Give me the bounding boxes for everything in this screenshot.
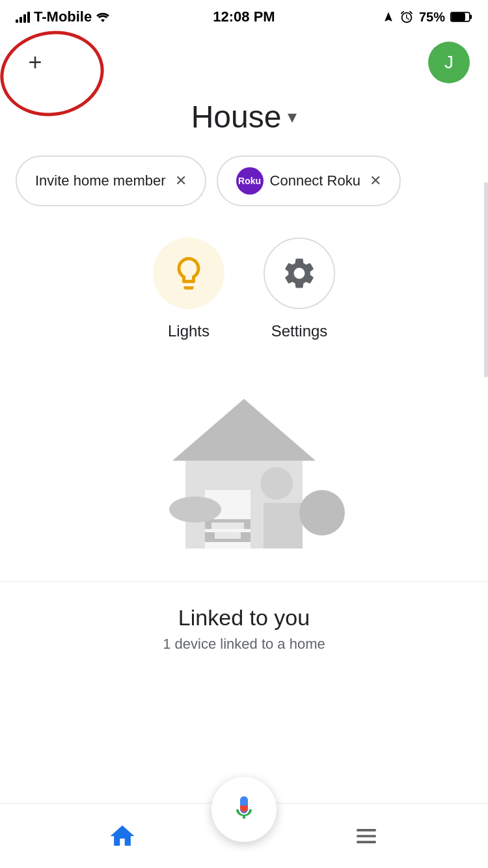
- svg-point-11: [169, 496, 221, 522]
- svg-rect-1: [470, 15, 472, 20]
- add-button[interactable]: +: [18, 46, 52, 79]
- roku-badge: Roku: [236, 167, 264, 195]
- svg-marker-4: [172, 399, 316, 461]
- carrier-label: T-Mobile: [34, 8, 92, 25]
- avatar[interactable]: J: [428, 42, 470, 83]
- lightbulb-icon: [169, 254, 208, 293]
- linked-section: Linked to you 1 device linked to a home: [0, 582, 488, 666]
- signal-icon: [16, 11, 30, 23]
- location-icon: [383, 11, 394, 23]
- svg-rect-12: [211, 522, 244, 529]
- battery-percent: 75%: [419, 10, 445, 25]
- invite-chip[interactable]: Invite home member ✕: [16, 156, 206, 206]
- svg-rect-2: [452, 13, 465, 21]
- lights-icon-circle: [153, 237, 224, 309]
- wifi-icon: [96, 11, 110, 23]
- chips-row: Invite home member ✕ Roku Connect Roku ✕: [0, 156, 488, 206]
- status-left: T-Mobile: [16, 8, 110, 25]
- gear-icon: [281, 255, 318, 292]
- svg-rect-9: [264, 503, 303, 549]
- invite-chip-close[interactable]: ✕: [175, 172, 187, 189]
- devices-grid: Lights Settings: [0, 206, 488, 353]
- home-nav-icon: [108, 822, 137, 850]
- alarm-icon: [400, 10, 414, 24]
- roku-chip-label: Connect Roku: [270, 172, 360, 189]
- nav-routines[interactable]: [352, 822, 381, 850]
- svg-rect-13: [215, 532, 241, 539]
- svg-point-8: [260, 467, 293, 500]
- home-title-section: House ▾: [0, 94, 488, 156]
- add-button-wrapper: +: [18, 46, 52, 79]
- linked-title: Linked to you: [26, 605, 462, 631]
- home-dropdown-arrow[interactable]: ▾: [288, 106, 297, 128]
- status-bar: T-Mobile 12:08 PM 75%: [0, 0, 488, 31]
- scroll-indicator: [484, 182, 488, 377]
- invite-chip-label: Invite home member: [35, 172, 166, 189]
- status-right: 75%: [383, 10, 472, 25]
- house-illustration: [0, 353, 488, 568]
- battery-icon: [450, 11, 472, 23]
- header: + J: [0, 31, 488, 94]
- mic-icon: [228, 794, 260, 825]
- roku-badge-text: Roku: [238, 176, 261, 186]
- status-time: 12:08 PM: [213, 8, 275, 25]
- settings-device[interactable]: Settings: [264, 237, 335, 340]
- svg-point-10: [299, 490, 345, 536]
- roku-chip-close[interactable]: ✕: [370, 172, 381, 189]
- house-svg: [133, 373, 355, 555]
- settings-label: Settings: [271, 322, 328, 340]
- nav-home[interactable]: [108, 822, 137, 850]
- lights-label: Lights: [168, 322, 210, 340]
- lights-device[interactable]: Lights: [153, 237, 224, 340]
- home-title: House: [191, 99, 282, 135]
- settings-icon-circle: [264, 237, 335, 309]
- roku-chip[interactable]: Roku Connect Roku ✕: [217, 156, 401, 206]
- routines-nav-icon: [352, 822, 381, 850]
- mic-fab[interactable]: [211, 777, 277, 842]
- linked-subtitle: 1 device linked to a home: [26, 636, 462, 653]
